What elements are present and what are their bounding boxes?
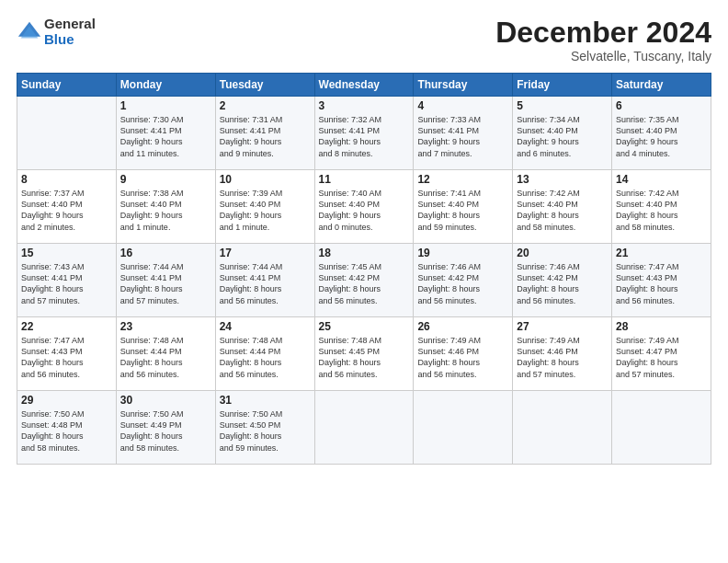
day-info: Sunrise: 7:47 AMSunset: 4:43 PMDaylight:… xyxy=(21,335,112,380)
day-info: Sunrise: 7:42 AMSunset: 4:40 PMDaylight:… xyxy=(616,188,707,233)
calendar-cell: 4Sunrise: 7:33 AMSunset: 4:41 PMDaylight… xyxy=(414,97,513,170)
col-thursday: Thursday xyxy=(414,74,513,97)
day-info: Sunrise: 7:46 AMSunset: 4:42 PMDaylight:… xyxy=(417,261,508,306)
calendar-cell xyxy=(612,391,711,465)
day-number: 30 xyxy=(120,394,211,407)
calendar-cell xyxy=(513,391,612,465)
day-number: 11 xyxy=(319,173,410,186)
day-info: Sunrise: 7:49 AMSunset: 4:46 PMDaylight:… xyxy=(417,335,508,380)
calendar-cell: 2Sunrise: 7:31 AMSunset: 4:41 PMDaylight… xyxy=(215,97,314,170)
day-info: Sunrise: 7:48 AMSunset: 4:45 PMDaylight:… xyxy=(319,335,410,380)
day-info: Sunrise: 7:47 AMSunset: 4:43 PMDaylight:… xyxy=(616,261,707,306)
logo-icon xyxy=(17,19,42,45)
day-info: Sunrise: 7:46 AMSunset: 4:42 PMDaylight:… xyxy=(517,261,608,306)
calendar-cell: 28Sunrise: 7:49 AMSunset: 4:47 PMDayligh… xyxy=(612,317,711,391)
calendar-header-row: Sunday Monday Tuesday Wednesday Thursday… xyxy=(17,74,711,97)
col-monday: Monday xyxy=(116,74,215,97)
day-info: Sunrise: 7:34 AMSunset: 4:40 PMDaylight:… xyxy=(517,114,608,159)
day-info: Sunrise: 7:49 AMSunset: 4:47 PMDaylight:… xyxy=(616,335,707,380)
calendar-cell: 16Sunrise: 7:44 AMSunset: 4:41 PMDayligh… xyxy=(116,244,215,317)
calendar-cell: 5Sunrise: 7:34 AMSunset: 4:40 PMDaylight… xyxy=(513,97,612,170)
logo: General Blue xyxy=(17,17,96,47)
calendar-cell: 17Sunrise: 7:44 AMSunset: 4:41 PMDayligh… xyxy=(215,244,314,317)
page-container: General Blue December 2024 Selvatelle, T… xyxy=(0,0,728,474)
day-number: 9 xyxy=(120,173,211,186)
calendar-cell xyxy=(314,391,414,465)
calendar-cell xyxy=(17,97,117,170)
calendar-cell: 18Sunrise: 7:45 AMSunset: 4:42 PMDayligh… xyxy=(314,244,414,317)
calendar-cell: 29Sunrise: 7:50 AMSunset: 4:48 PMDayligh… xyxy=(17,391,117,465)
day-number: 13 xyxy=(517,173,608,186)
calendar-cell: 30Sunrise: 7:50 AMSunset: 4:49 PMDayligh… xyxy=(116,391,215,465)
day-number: 17 xyxy=(220,247,311,259)
calendar-cell: 15Sunrise: 7:43 AMSunset: 4:41 PMDayligh… xyxy=(17,244,117,317)
calendar-cell: 10Sunrise: 7:39 AMSunset: 4:40 PMDayligh… xyxy=(215,170,314,244)
day-number: 1 xyxy=(120,99,211,112)
calendar-week-row: 29Sunrise: 7:50 AMSunset: 4:48 PMDayligh… xyxy=(17,391,711,465)
calendar-week-row: 22Sunrise: 7:47 AMSunset: 4:43 PMDayligh… xyxy=(17,317,711,391)
day-number: 15 xyxy=(21,247,112,259)
day-number: 6 xyxy=(616,99,707,112)
day-number: 2 xyxy=(220,99,311,112)
calendar-week-row: 1Sunrise: 7:30 AMSunset: 4:41 PMDaylight… xyxy=(17,97,711,170)
calendar-cell: 14Sunrise: 7:42 AMSunset: 4:40 PMDayligh… xyxy=(612,170,711,244)
calendar-cell: 20Sunrise: 7:46 AMSunset: 4:42 PMDayligh… xyxy=(513,244,612,317)
day-info: Sunrise: 7:43 AMSunset: 4:41 PMDaylight:… xyxy=(21,261,112,306)
logo-general: General xyxy=(44,17,96,32)
day-info: Sunrise: 7:44 AMSunset: 4:41 PMDaylight:… xyxy=(120,261,211,306)
day-number: 10 xyxy=(220,173,311,186)
day-info: Sunrise: 7:50 AMSunset: 4:50 PMDaylight:… xyxy=(220,408,311,454)
calendar-cell: 21Sunrise: 7:47 AMSunset: 4:43 PMDayligh… xyxy=(612,244,711,317)
day-number: 22 xyxy=(21,320,112,333)
day-info: Sunrise: 7:50 AMSunset: 4:49 PMDaylight:… xyxy=(120,408,211,454)
day-number: 21 xyxy=(616,247,707,259)
calendar-week-row: 8Sunrise: 7:37 AMSunset: 4:40 PMDaylight… xyxy=(17,170,711,244)
day-info: Sunrise: 7:49 AMSunset: 4:46 PMDaylight:… xyxy=(517,335,608,380)
day-number: 4 xyxy=(417,99,508,112)
day-number: 16 xyxy=(120,247,211,259)
calendar-cell: 3Sunrise: 7:32 AMSunset: 4:41 PMDaylight… xyxy=(314,97,414,170)
calendar-cell: 31Sunrise: 7:50 AMSunset: 4:50 PMDayligh… xyxy=(215,391,314,465)
day-info: Sunrise: 7:40 AMSunset: 4:40 PMDaylight:… xyxy=(319,188,410,233)
day-info: Sunrise: 7:30 AMSunset: 4:41 PMDaylight:… xyxy=(120,114,211,159)
day-info: Sunrise: 7:48 AMSunset: 4:44 PMDaylight:… xyxy=(120,335,211,380)
calendar-cell: 9Sunrise: 7:38 AMSunset: 4:40 PMDaylight… xyxy=(116,170,215,244)
day-info: Sunrise: 7:33 AMSunset: 4:41 PMDaylight:… xyxy=(417,114,508,159)
calendar-cell xyxy=(414,391,513,465)
day-info: Sunrise: 7:35 AMSunset: 4:40 PMDaylight:… xyxy=(616,114,707,159)
calendar-cell: 24Sunrise: 7:48 AMSunset: 4:44 PMDayligh… xyxy=(215,317,314,391)
day-number: 28 xyxy=(616,320,707,333)
day-number: 26 xyxy=(417,320,508,333)
calendar-cell: 1Sunrise: 7:30 AMSunset: 4:41 PMDaylight… xyxy=(116,97,215,170)
day-number: 20 xyxy=(517,247,608,259)
day-info: Sunrise: 7:38 AMSunset: 4:40 PMDaylight:… xyxy=(120,188,211,233)
calendar-table: Sunday Monday Tuesday Wednesday Thursday… xyxy=(17,73,711,465)
calendar-cell: 19Sunrise: 7:46 AMSunset: 4:42 PMDayligh… xyxy=(414,244,513,317)
day-info: Sunrise: 7:31 AMSunset: 4:41 PMDaylight:… xyxy=(220,114,311,159)
page-header: General Blue December 2024 Selvatelle, T… xyxy=(17,17,711,63)
logo-text: General Blue xyxy=(44,17,96,47)
calendar-cell: 12Sunrise: 7:41 AMSunset: 4:40 PMDayligh… xyxy=(414,170,513,244)
calendar-cell: 23Sunrise: 7:48 AMSunset: 4:44 PMDayligh… xyxy=(116,317,215,391)
title-block: December 2024 Selvatelle, Tuscany, Italy xyxy=(495,17,711,63)
day-info: Sunrise: 7:44 AMSunset: 4:41 PMDaylight:… xyxy=(220,261,311,306)
day-number: 31 xyxy=(220,394,311,407)
calendar-week-row: 15Sunrise: 7:43 AMSunset: 4:41 PMDayligh… xyxy=(17,244,711,317)
col-tuesday: Tuesday xyxy=(215,74,314,97)
day-number: 18 xyxy=(319,247,410,259)
day-number: 5 xyxy=(517,99,608,112)
day-number: 27 xyxy=(517,320,608,333)
day-number: 25 xyxy=(319,320,410,333)
location: Selvatelle, Tuscany, Italy xyxy=(495,49,711,63)
day-number: 14 xyxy=(616,173,707,186)
calendar-cell: 6Sunrise: 7:35 AMSunset: 4:40 PMDaylight… xyxy=(612,97,711,170)
day-number: 24 xyxy=(220,320,311,333)
calendar-cell: 25Sunrise: 7:48 AMSunset: 4:45 PMDayligh… xyxy=(314,317,414,391)
day-info: Sunrise: 7:39 AMSunset: 4:40 PMDaylight:… xyxy=(220,188,311,233)
day-info: Sunrise: 7:50 AMSunset: 4:48 PMDaylight:… xyxy=(21,408,112,454)
day-info: Sunrise: 7:48 AMSunset: 4:44 PMDaylight:… xyxy=(220,335,311,380)
col-wednesday: Wednesday xyxy=(314,74,414,97)
day-info: Sunrise: 7:32 AMSunset: 4:41 PMDaylight:… xyxy=(319,114,410,159)
day-number: 3 xyxy=(319,99,410,112)
day-info: Sunrise: 7:37 AMSunset: 4:40 PMDaylight:… xyxy=(21,188,112,233)
